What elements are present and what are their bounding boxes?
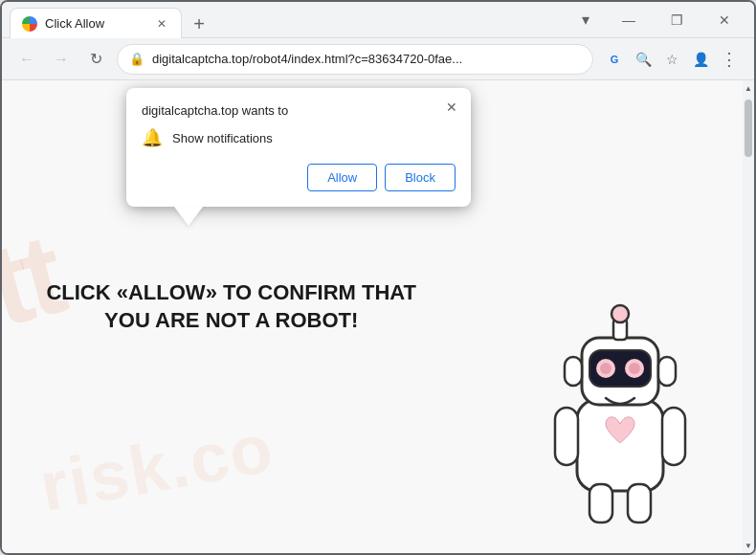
- robot-illustration: [524, 285, 735, 553]
- tab-area: Click Allow ✕ +: [10, 2, 561, 37]
- url-actions: G 🔍 ☆ 👤 ⋮: [601, 46, 743, 73]
- svg-rect-10: [658, 357, 676, 386]
- address-bar: ← → ↻ 🔒 digitalcaptcha.top/robot4/index.…: [2, 38, 754, 80]
- new-tab-button[interactable]: +: [186, 11, 212, 37]
- tab-title: Click Allow: [45, 16, 146, 31]
- tab-close-button[interactable]: ✕: [154, 16, 169, 32]
- browser-window: Click Allow ✕ + ▾ — ❐ ✕ ← → ↻ 🔒 digitalc…: [0, 0, 756, 555]
- refresh-button[interactable]: ↻: [82, 46, 109, 73]
- profile-button[interactable]: 👤: [687, 46, 714, 73]
- svg-rect-11: [555, 408, 578, 465]
- page-main-text: CLICK «ALLOW» TO CONFIRM THAT YOU ARE NO…: [25, 280, 438, 335]
- permission-label: Show notifications: [172, 131, 273, 145]
- scrollbar[interactable]: ▲ ▼: [743, 80, 754, 553]
- svg-rect-14: [628, 484, 651, 522]
- scroll-thumb[interactable]: [745, 100, 752, 157]
- page-content: ptt risk.co CLICK «ALLOW» TO CONFIRM THA…: [2, 80, 754, 553]
- url-bar[interactable]: 🔒 digitalcaptcha.top/robot4/index.html?c…: [117, 44, 593, 75]
- close-button[interactable]: ✕: [702, 5, 746, 35]
- svg-point-8: [629, 363, 640, 374]
- svg-point-6: [600, 363, 611, 374]
- bookmark-button[interactable]: ☆: [658, 46, 685, 73]
- popup-buttons: Allow Block: [142, 164, 456, 191]
- svg-rect-13: [589, 484, 612, 522]
- svg-rect-0: [577, 400, 663, 491]
- window-controls: — ❐ ✕: [607, 5, 746, 35]
- tab-favicon-icon: [22, 16, 37, 32]
- chrome-menu-icon[interactable]: ▾: [572, 7, 599, 33]
- forward-button[interactable]: →: [48, 46, 75, 73]
- speech-bubble-tail: [174, 207, 203, 226]
- svg-rect-12: [662, 408, 685, 465]
- popup-title: digitalcaptcha.top wants to: [142, 103, 456, 118]
- notification-popup: ✕ digitalcaptcha.top wants to 🔔 Show not…: [126, 88, 471, 207]
- lock-icon: 🔒: [129, 52, 145, 66]
- popup-close-button[interactable]: ✕: [440, 96, 463, 119]
- back-button[interactable]: ←: [13, 46, 40, 73]
- block-button[interactable]: Block: [385, 164, 456, 191]
- browser-menu-button[interactable]: ⋮: [716, 46, 743, 73]
- url-text: digitalcaptcha.top/robot4/index.html?c=8…: [152, 52, 581, 66]
- popup-permission-row: 🔔 Show notifications: [142, 127, 456, 148]
- scroll-up-button[interactable]: ▲: [743, 80, 754, 96]
- svg-point-3: [611, 305, 629, 322]
- browser-tab[interactable]: Click Allow ✕: [10, 8, 182, 38]
- maximize-button[interactable]: ❐: [655, 5, 699, 35]
- bell-icon: 🔔: [142, 127, 163, 148]
- minimize-button[interactable]: —: [607, 5, 651, 35]
- title-bar: Click Allow ✕ + ▾ — ❐ ✕: [2, 2, 754, 38]
- svg-rect-9: [565, 357, 582, 386]
- search-button[interactable]: 🔍: [630, 46, 656, 73]
- translate-button[interactable]: G: [601, 46, 628, 73]
- watermark-text-2: risk.co: [34, 408, 280, 525]
- captcha-instruction-text: CLICK «ALLOW» TO CONFIRM THAT YOU ARE NO…: [25, 280, 438, 335]
- allow-button[interactable]: Allow: [307, 164, 377, 191]
- scroll-down-button[interactable]: ▼: [743, 538, 754, 553]
